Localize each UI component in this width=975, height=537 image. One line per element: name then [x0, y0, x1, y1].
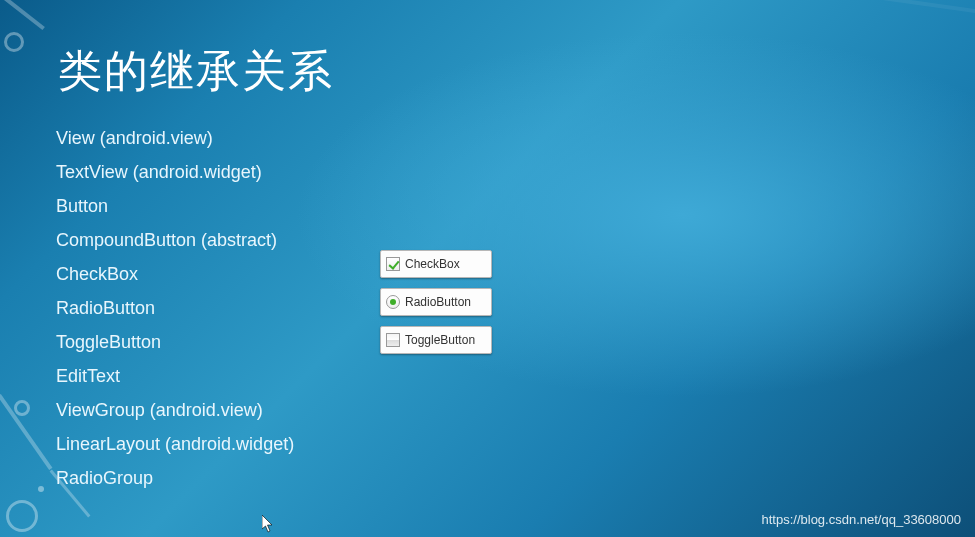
slide: 类的继承关系 View (android.view) TextView (and…	[0, 0, 975, 537]
slide-title: 类的继承关系	[58, 42, 919, 101]
tree-node-textview: TextView (android.widget)	[56, 155, 919, 189]
tree-node-radiogroup: RadioGroup	[56, 461, 919, 495]
sample-radiobutton: RadioButton	[380, 288, 492, 316]
watermark-url: https://blog.csdn.net/qq_33608000	[762, 512, 962, 527]
widget-samples: CheckBox RadioButton ToggleButton	[380, 250, 492, 364]
tree-node-edittext: EditText	[56, 359, 919, 393]
tree-node-linearlayout: LinearLayout (android.widget)	[56, 427, 919, 461]
sample-radiobutton-label: RadioButton	[405, 295, 471, 309]
radiobutton-icon	[386, 295, 400, 309]
tree-node-view: View (android.view)	[56, 121, 919, 155]
sample-checkbox: CheckBox	[380, 250, 492, 278]
tree-node-viewgroup: ViewGroup (android.view)	[56, 393, 919, 427]
tree-node-button: Button	[56, 189, 919, 223]
sample-checkbox-label: CheckBox	[405, 257, 460, 271]
sample-togglebutton-label: ToggleButton	[405, 333, 475, 347]
togglebutton-icon	[386, 333, 400, 347]
checkbox-icon	[386, 257, 400, 271]
sample-togglebutton: ToggleButton	[380, 326, 492, 354]
